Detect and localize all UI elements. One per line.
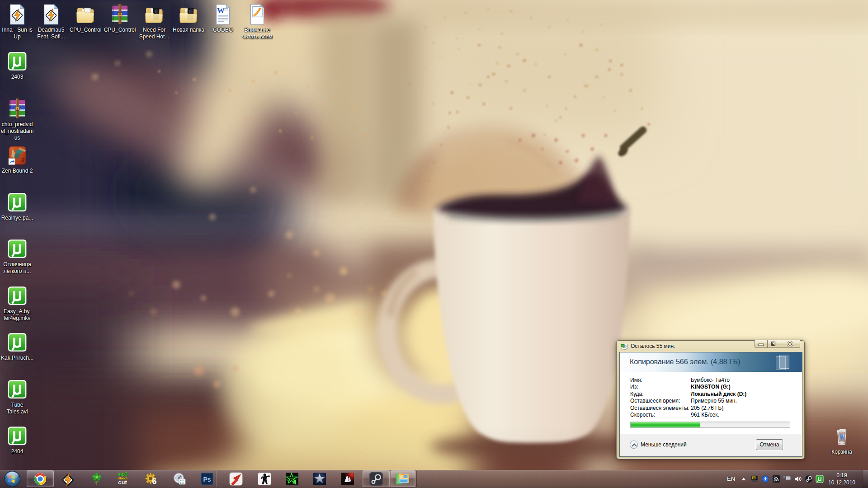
svg-text:99: 99 bbox=[752, 477, 755, 479]
svg-text:4: 4 bbox=[292, 478, 297, 486]
svg-text:Ps: Ps bbox=[203, 476, 211, 483]
svg-text:6: 6 bbox=[152, 477, 156, 486]
